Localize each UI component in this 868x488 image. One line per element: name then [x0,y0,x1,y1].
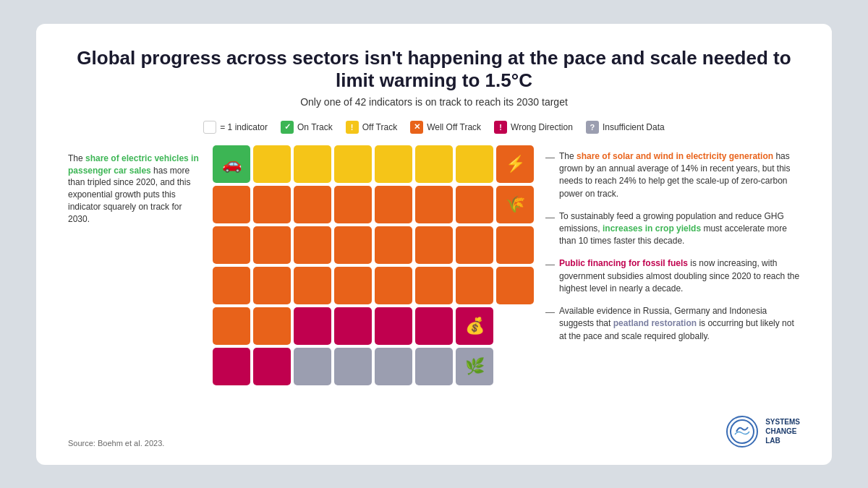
cell-o3-3 [294,226,331,264]
legend-gray-box: ? [586,121,599,134]
cell-o2-5 [375,186,412,223]
left-label-highlight: share of electric vehicles in passenger … [68,153,199,176]
lightning-icon: ⚡ [506,155,525,174]
cell-o4-4 [334,267,372,304]
legend-wrong-direction-label: Wrong Direction [511,122,573,132]
legend-orange-box: ✕ [410,121,423,134]
header: Global progress across sectors isn't hap… [68,47,800,108]
cell-g6-1 [294,348,331,385]
peatland-highlight: peatland restoration [613,318,697,328]
cell-o2-1 [213,186,250,223]
right-entry-solar: — The share of solar and wind in electri… [545,150,800,201]
legend-off-track-label: Off Track [362,122,397,132]
cell-o4-8 [496,267,534,304]
legend-red-box: ! [494,121,507,134]
cell-r5-3 [375,307,412,345]
right-entry-fossil: — Public financing for fossil fuels is n… [545,257,800,295]
money-icon: 💰 [465,317,485,335]
cell-o4-5 [375,267,412,304]
grid-row-5: 💰 [213,307,534,345]
cell-y2 [294,145,331,183]
cell-gray-person: 🌿 [456,348,493,385]
person-icon: 🌿 [465,357,485,376]
fossil-text: Public financing for fossil fuels is now… [559,257,800,295]
cell-o3-8 [496,226,534,264]
right-entry-crops: — To sustainably feed a growing populati… [545,210,800,248]
cell-o3-1 [213,226,250,264]
legend-well-off-track-label: Well Off Track [427,122,481,132]
cell-o3-6 [415,226,453,264]
cell-o3-2 [253,226,291,264]
logo-label: SYSTEMSCHANGELAB [765,417,800,445]
cell-y3 [334,145,372,183]
cell-y4 [375,145,412,183]
legend-wrong-direction: ! Wrong Direction [494,121,573,134]
cell-o3-4 [334,226,372,264]
cell-o3-7 [456,226,493,264]
main-card: Global progress across sectors isn't hap… [36,24,832,465]
cell-o4-6 [415,267,453,304]
grid-row-1: 🚗 ⚡ [213,145,534,183]
legend-well-off-track: ✕ Well Off Track [410,121,481,134]
legend-indicator-label: = 1 indicator [220,122,268,132]
grid-row-4 [213,267,534,304]
cell-green-car: 🚗 [213,145,250,183]
svg-point-0 [731,420,754,443]
main-content: The share of electric vehicles in passen… [68,145,800,410]
source-text: Source: Boehm et al. 2023. [68,439,164,448]
grid-row-3 [213,226,534,264]
legend: = 1 indicator ✓ On Track ! Off Track ✕ W… [68,121,800,134]
arrow-fossil: — [545,258,555,272]
cell-orange-lightning: ⚡ [496,145,534,183]
cell-o5-1 [213,307,250,345]
footer: Source: Boehm et al. 2023. SYSTEMSCHANGE… [68,416,800,448]
legend-yellow-box: ! [346,121,359,134]
right-labels: — The share of solar and wind in electri… [534,145,800,348]
cell-o2-3 [294,186,331,223]
cell-r6-1 [213,348,250,385]
cell-y6 [456,145,493,183]
cell-o2-2 [253,186,291,223]
main-title: Global progress across sectors isn't hap… [68,47,800,92]
fossil-highlight: Public financing for fossil fuels [559,258,688,268]
peatland-text: Available evidence in Russia, Germany an… [559,305,800,343]
car-icon: 🚗 [222,155,242,174]
cell-o5-2 [253,307,291,345]
cell-g6-2 [334,348,372,385]
cell-r5-2 [334,307,372,345]
subtitle: Only one of 42 indicators is on track to… [68,96,800,108]
cell-g6-4 [415,348,453,385]
legend-insufficient-data: ? Insufficient Data [586,121,665,134]
grid-row-2: 🌾 [213,186,534,223]
legend-on-track: ✓ On Track [281,121,333,134]
arrow-crops: — [545,211,555,225]
solar-highlight: share of solar and wind in electricity g… [576,151,773,161]
legend-insufficient-data-label: Insufficient Data [603,122,665,132]
cell-o2-4 [334,186,372,223]
cell-r5-4 [415,307,453,345]
logo-svg [729,419,755,445]
cell-r5-1 [294,307,331,345]
crops-highlight: increases in crop yields [603,223,701,234]
cell-red-money: 💰 [456,307,493,345]
cell-o4-3 [294,267,331,304]
indicator-grid: 🚗 ⚡ � [213,145,534,385]
arrow-peatland: — [545,306,555,320]
cell-orange-food: 🌾 [496,186,534,223]
legend-off-track: ! Off Track [346,121,397,134]
legend-green-box: ✓ [281,121,294,134]
cell-y5 [415,145,453,183]
right-entry-peatland: — Available evidence in Russia, Germany … [545,305,800,343]
crops-text: To sustainably feed a growing population… [559,210,800,248]
cell-o4-2 [253,267,291,304]
cell-o2-7 [456,186,493,223]
cell-o3-5 [375,226,412,264]
logo-circle [726,416,758,448]
cell-g6-3 [375,348,412,385]
cell-o2-6 [415,186,453,223]
food-icon: 🌾 [506,195,525,214]
cell-r6-2 [253,348,291,385]
grid-row-6: 🌿 [213,348,534,385]
logo-area: SYSTEMSCHANGELAB [726,416,800,448]
cell-o4-1 [213,267,250,304]
